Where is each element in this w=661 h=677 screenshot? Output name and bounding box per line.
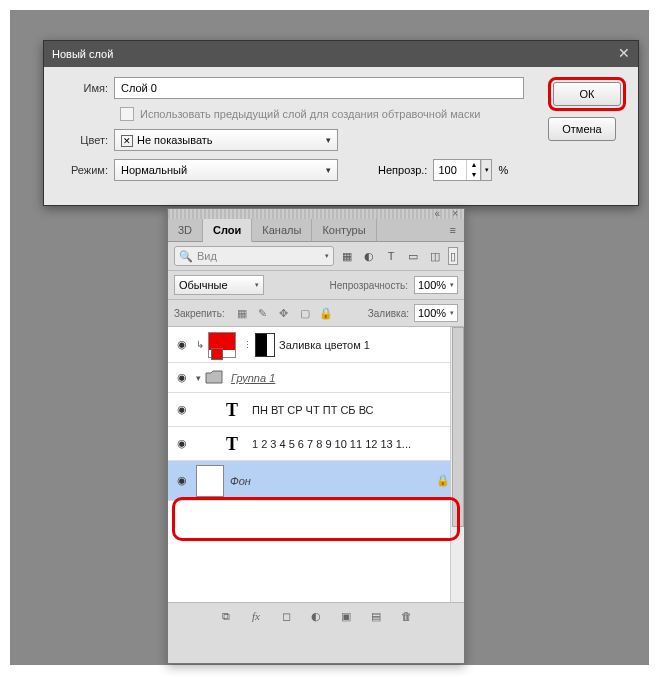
- layer-mask-thumbnail[interactable]: [255, 333, 275, 357]
- close-icon[interactable]: ✕: [614, 43, 634, 63]
- dialog-titlebar[interactable]: Новый слой ✕: [44, 41, 638, 67]
- layer-name-label: Заливка цветом 1: [279, 339, 370, 351]
- visibility-icon[interactable]: ◉: [174, 371, 190, 384]
- opacity-input[interactable]: 100%▾: [414, 276, 458, 294]
- chevron-down-icon: ▾: [450, 309, 454, 317]
- layer-row[interactable]: ◉ T ПН ВТ СР ЧТ ПТ СБ ВС: [168, 393, 464, 427]
- visibility-icon[interactable]: ◉: [174, 403, 190, 416]
- layer-highlight: [172, 497, 460, 541]
- name-label: Имя:: [56, 82, 114, 94]
- new-group-icon[interactable]: ▣: [338, 608, 354, 624]
- layer-row-background[interactable]: ◉ Фон 🔒: [168, 461, 464, 501]
- layer-row[interactable]: ◉ T 1 2 3 4 5 6 7 8 9 10 11 12 13 1...: [168, 427, 464, 461]
- lock-artboard-icon[interactable]: ▢: [297, 305, 313, 321]
- spin-up-icon[interactable]: ▲: [466, 160, 480, 170]
- chevron-down-icon: ▾: [326, 135, 331, 145]
- type-layer-icon: T: [220, 398, 244, 422]
- tab-paths[interactable]: Контуры: [312, 219, 376, 241]
- filter-toggle-icon[interactable]: ▯: [448, 247, 458, 265]
- panel-grip[interactable]: « ×: [168, 209, 464, 219]
- layer-style-icon[interactable]: fx: [248, 608, 264, 624]
- scrollbar-thumb[interactable]: [452, 327, 464, 527]
- chevron-down-icon: ▾: [450, 281, 454, 289]
- layer-row[interactable]: ◉ ↳ ⋮ Заливка цветом 1: [168, 327, 464, 363]
- layer-row[interactable]: ◉ ▾ Группа 1: [168, 363, 464, 393]
- opacity-label: Непрозрачность:: [329, 280, 408, 291]
- layer-name-input[interactable]: [114, 77, 524, 99]
- ok-button[interactable]: ОК: [553, 82, 621, 106]
- adjustment-layer-icon[interactable]: ◐: [308, 608, 324, 624]
- opacity-label: Непрозр.:: [378, 164, 427, 176]
- filter-adjust-icon[interactable]: ◐: [360, 247, 378, 265]
- tab-layers[interactable]: Слои: [203, 219, 252, 242]
- blend-mode-select[interactable]: Обычные ▾: [174, 275, 264, 295]
- search-icon: 🔍: [179, 250, 193, 263]
- layer-thumbnail[interactable]: [208, 332, 236, 358]
- chevron-down-icon: ▾: [326, 165, 331, 175]
- filter-type-icon[interactable]: T: [382, 247, 400, 265]
- percent-label: %: [498, 164, 508, 176]
- mode-label: Режим:: [56, 164, 114, 176]
- no-color-icon: ✕: [121, 135, 133, 147]
- panel-menu-icon[interactable]: ≡: [442, 219, 464, 241]
- color-label: Цвет:: [56, 134, 114, 146]
- fill-label: Заливка:: [368, 308, 409, 319]
- lock-position-icon[interactable]: ✥: [276, 305, 292, 321]
- filter-shape-icon[interactable]: ▭: [404, 247, 422, 265]
- filter-smart-icon[interactable]: ◫: [426, 247, 444, 265]
- opacity-spinner[interactable]: 100 ▲▼: [433, 159, 481, 181]
- lock-icon: 🔒: [436, 474, 450, 487]
- mode-select[interactable]: Нормальный ▾: [114, 159, 338, 181]
- visibility-icon[interactable]: ◉: [174, 474, 190, 487]
- spin-down-icon[interactable]: ▼: [466, 170, 480, 180]
- lock-label: Закрепить:: [174, 308, 225, 319]
- color-select[interactable]: ✕Не показывать ▾: [114, 129, 338, 151]
- expand-icon[interactable]: ▾: [196, 373, 201, 383]
- layer-name-label: ПН ВТ СР ЧТ ПТ СБ ВС: [252, 404, 374, 416]
- collapse-icon[interactable]: «: [434, 208, 440, 219]
- layer-name-label: Фон: [230, 475, 251, 487]
- panel-close-icon[interactable]: ×: [452, 208, 458, 219]
- new-layer-dialog: Новый слой ✕ Имя: Использовать предыдущи…: [43, 40, 639, 206]
- tab-3d[interactable]: 3D: [168, 219, 203, 241]
- link-layers-icon[interactable]: ⧉: [218, 608, 234, 624]
- layer-thumbnail[interactable]: [196, 465, 224, 497]
- clipping-mask-checkbox: [120, 107, 134, 121]
- scrollbar[interactable]: [450, 327, 464, 602]
- clipping-mask-label: Использовать предыдущий слой для создани…: [140, 108, 480, 120]
- visibility-icon[interactable]: ◉: [174, 338, 190, 351]
- visibility-icon[interactable]: ◉: [174, 437, 190, 450]
- panel-footer: ⧉ fx ◻ ◐ ▣ ▤ 🗑: [168, 603, 464, 629]
- caret-down-icon[interactable]: ▾: [481, 160, 491, 180]
- lock-transparent-icon[interactable]: ▦: [234, 305, 250, 321]
- cancel-button[interactable]: Отмена: [548, 117, 616, 141]
- fill-input[interactable]: 100%▾: [414, 304, 458, 322]
- layers-list: ◉ ↳ ⋮ Заливка цветом 1 ◉ ▾ Группа 1 ◉ T …: [168, 327, 464, 603]
- panel-tabs: 3D Слои Каналы Контуры ≡: [168, 219, 464, 242]
- layer-filter-search[interactable]: 🔍 Вид ▾: [174, 246, 334, 266]
- new-layer-icon[interactable]: ▤: [368, 608, 384, 624]
- filter-pixel-icon[interactable]: ▦: [338, 247, 356, 265]
- link-icon: ⋮: [242, 340, 252, 350]
- lock-image-icon[interactable]: ✎: [255, 305, 271, 321]
- lock-all-icon[interactable]: 🔒: [318, 305, 334, 321]
- chevron-down-icon: ▾: [325, 252, 329, 260]
- dialog-title-text: Новый слой: [52, 48, 113, 60]
- chevron-down-icon: ▾: [255, 281, 259, 289]
- clip-arrow-icon: ↳: [196, 339, 204, 350]
- add-mask-icon[interactable]: ◻: [278, 608, 294, 624]
- type-layer-icon: T: [220, 432, 244, 456]
- layer-name-label: Группа 1: [231, 372, 275, 384]
- folder-icon: [205, 370, 225, 386]
- tab-channels[interactable]: Каналы: [252, 219, 312, 241]
- layers-panel: « × 3D Слои Каналы Контуры ≡ 🔍 Вид ▾ ▦ ◐…: [167, 208, 465, 664]
- delete-layer-icon[interactable]: 🗑: [398, 608, 414, 624]
- layer-name-label: 1 2 3 4 5 6 7 8 9 10 11 12 13 1...: [252, 438, 411, 450]
- ok-highlight: ОК: [548, 77, 626, 111]
